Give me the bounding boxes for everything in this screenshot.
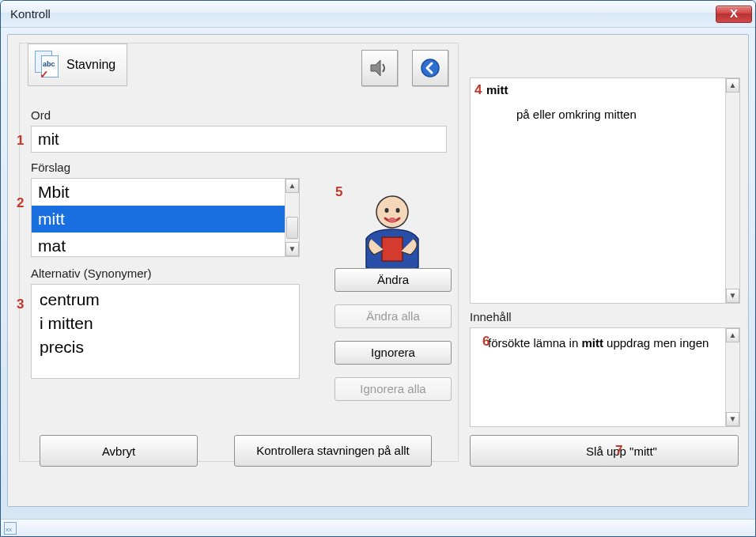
definition-panel: mitt på eller omkring mitten ▲ ▼ — [470, 78, 740, 304]
word-input[interactable] — [31, 126, 447, 153]
lookup-button[interactable]: Slå upp "mitt" — [470, 435, 739, 467]
speak-button[interactable] — [361, 50, 398, 86]
definition-body: mitt på eller omkring mitten — [477, 83, 722, 121]
scroll-up-icon[interactable]: ▲ — [726, 328, 739, 342]
label-forslag: Förslag — [31, 161, 70, 174]
context-panel: försökte lämna in mitt uppdrag men ingen… — [470, 327, 740, 427]
svg-point-4 — [388, 217, 396, 222]
spellcheck-icon: abc ✓ — [35, 51, 60, 79]
speaker-icon — [369, 58, 391, 78]
content-frame: abc ✓ Stavning — [7, 34, 749, 507]
scroll-down-icon[interactable]: ▼ — [726, 289, 739, 303]
window-title: Kontroll — [10, 7, 716, 21]
marker-3: 3 — [17, 297, 24, 312]
tab-spelling[interactable]: abc ✓ Stavning — [28, 43, 127, 86]
suggestions-scrollbar[interactable]: ▲ ▼ — [285, 179, 299, 256]
character-illustration — [341, 186, 444, 281]
label-alternativ: Alternativ (Synonymer) — [31, 267, 152, 280]
ignore-button[interactable]: Ignorera — [335, 341, 452, 365]
check-all-button[interactable]: Kontrollera stavningen på allt — [234, 435, 432, 467]
status-bar — [1, 519, 755, 536]
definition-scrollbar[interactable]: ▲ ▼ — [725, 78, 739, 303]
cancel-button[interactable]: Avbryt — [40, 435, 198, 467]
marker-1: 1 — [17, 133, 24, 149]
list-item[interactable]: i mitten — [40, 312, 291, 335]
context-after: uppdrag men ingen — [603, 336, 709, 350]
svg-point-3 — [396, 208, 400, 213]
left-panel: abc ✓ Stavning — [19, 43, 459, 462]
title-bar[interactable]: Kontroll X — [1, 1, 755, 28]
ignore-all-button: Ignorera alla — [335, 377, 452, 401]
context-body: försökte lämna in mitt uppdrag men ingen — [477, 333, 722, 350]
svg-rect-5 — [382, 237, 403, 261]
document-icon — [4, 522, 17, 535]
scroll-up-icon[interactable]: ▲ — [726, 78, 739, 93]
label-ord: Ord — [31, 108, 51, 122]
list-item[interactable]: Mbit — [32, 179, 285, 206]
back-arrow-icon — [419, 57, 441, 79]
scroll-down-icon[interactable]: ▼ — [285, 242, 299, 256]
change-button[interactable]: Ändra — [335, 268, 452, 292]
svg-point-2 — [385, 208, 389, 213]
definition-text: på eller omkring mitten — [516, 108, 722, 121]
person-icon — [349, 190, 436, 277]
close-button[interactable]: X — [716, 6, 752, 23]
tab-spelling-label: Stavning — [66, 58, 115, 72]
window: Kontroll X abc ✓ Stavning — [0, 0, 756, 537]
context-scrollbar[interactable]: ▲ ▼ — [725, 328, 739, 426]
scroll-up-icon[interactable]: ▲ — [285, 179, 299, 193]
lookup-button-label: Slå upp "mitt" — [551, 444, 657, 458]
context-before: försökte lämna in — [488, 336, 581, 350]
scroll-down-icon[interactable]: ▼ — [726, 412, 739, 426]
marker-2: 2 — [17, 195, 24, 211]
definition-headword: mitt — [486, 83, 722, 96]
client-area: abc ✓ Stavning — [1, 28, 755, 536]
suggestions-listbox[interactable]: Mbit mitt mat ▲ ▼ — [31, 178, 300, 257]
change-all-button: Ändra alla — [335, 304, 452, 328]
synonyms-box[interactable]: centrum i mitten precis — [31, 284, 300, 379]
list-item[interactable]: precis — [40, 335, 291, 359]
svg-point-0 — [421, 59, 439, 77]
label-innehall: Innehåll — [470, 310, 512, 323]
list-item[interactable]: mat — [32, 233, 285, 257]
tab-strip: abc ✓ Stavning — [28, 43, 127, 88]
close-icon: X — [730, 6, 738, 20]
back-button[interactable] — [412, 50, 448, 86]
scroll-thumb[interactable] — [286, 217, 298, 239]
suggestions-items: Mbit mitt mat — [32, 179, 285, 256]
list-item[interactable]: mitt — [32, 206, 285, 233]
context-highlight: mitt — [581, 336, 603, 350]
list-item[interactable]: centrum — [40, 288, 291, 312]
svg-point-1 — [376, 196, 408, 228]
